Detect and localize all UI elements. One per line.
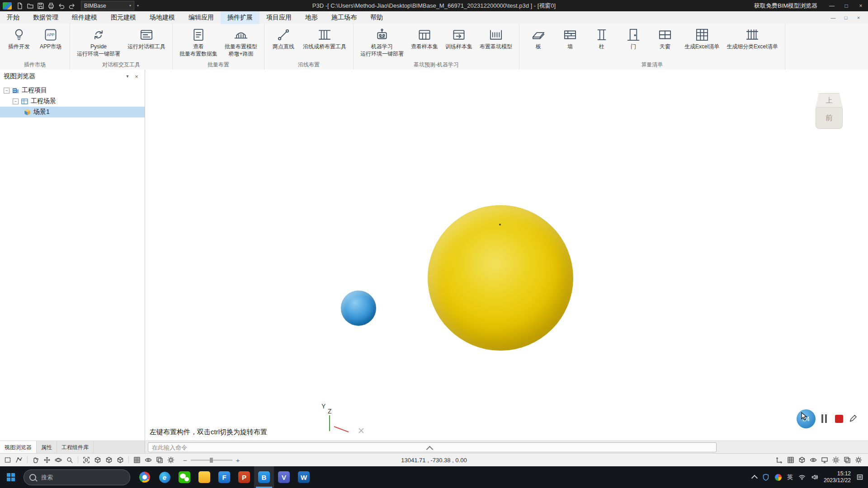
- view-front-icon[interactable]: [93, 455, 103, 465]
- edit-pencil-button[interactable]: [849, 414, 858, 423]
- viewport-3d[interactable]: 上 前 Y Z 左键布置构件，双击ctrl切换为旋转布置 24: [145, 70, 868, 441]
- command-input[interactable]: [148, 442, 717, 452]
- pan-icon[interactable]: [31, 455, 41, 465]
- grid-toggle-icon[interactable]: [786, 455, 796, 465]
- skylight-button[interactable]: 天窗: [650, 26, 680, 51]
- zoom-out-button[interactable]: −: [183, 456, 187, 464]
- bim-viewer-promo-link[interactable]: 获取免费BIM模型浏览器: [754, 2, 817, 10]
- browser-tray-icon[interactable]: [775, 474, 782, 481]
- undo-icon[interactable]: [58, 2, 65, 9]
- pyside-deploy-button[interactable]: Pyside 运行环境一键部署: [74, 26, 123, 58]
- stop-button[interactable]: [835, 415, 843, 423]
- start-button[interactable]: [0, 466, 22, 488]
- taskbar-wechat[interactable]: [175, 466, 194, 488]
- view-batch-dataset-button[interactable]: 查看 批量布置数据集: [176, 26, 221, 58]
- collapse-icon[interactable]: −: [13, 99, 19, 104]
- language-indicator[interactable]: 英: [787, 473, 793, 481]
- zoom-slider-thumb[interactable]: [210, 458, 213, 463]
- mdi-close-button[interactable]: ×: [853, 13, 864, 22]
- hidden-icons-chevron[interactable]: [751, 474, 758, 481]
- gear-icon[interactable]: [854, 455, 863, 465]
- view-cube-top-face[interactable]: 上: [816, 93, 843, 108]
- axis-toggle-icon[interactable]: [774, 455, 784, 465]
- taskbar-chrome[interactable]: [135, 466, 155, 488]
- move-icon[interactable]: [42, 455, 52, 465]
- layers-icon[interactable]: [155, 455, 165, 465]
- zoom-slider[interactable]: [191, 460, 232, 461]
- print-icon[interactable]: [47, 2, 55, 9]
- render-icon[interactable]: [831, 455, 841, 465]
- new-file-icon[interactable]: [16, 2, 24, 9]
- shield-icon[interactable]: [762, 474, 769, 481]
- tab-construction-site[interactable]: 施工场布: [325, 11, 363, 24]
- layers2-icon[interactable]: [842, 455, 852, 465]
- collapse-icon[interactable]: −: [4, 88, 9, 94]
- tab-edit-application[interactable]: 编辑应用: [182, 11, 221, 24]
- taskbar-bimbase[interactable]: B: [254, 466, 274, 488]
- tab-help[interactable]: 帮助: [363, 11, 390, 24]
- taskbar-app-blue[interactable]: F: [214, 466, 234, 488]
- tab-terrain[interactable]: 地形: [298, 11, 325, 24]
- taskbar-clock[interactable]: 15:12 2023/12/22: [824, 470, 851, 484]
- taskbar-vscode[interactable]: V: [274, 466, 294, 488]
- fit-view-icon[interactable]: [81, 455, 91, 465]
- wall-button[interactable]: 墙: [555, 26, 585, 51]
- app-market-button[interactable]: APP市场: [35, 26, 66, 51]
- redo-icon[interactable]: [68, 2, 75, 9]
- train-sample-set-button[interactable]: 训练样本集: [442, 26, 476, 51]
- display-icon[interactable]: [820, 455, 830, 465]
- taskbar-search[interactable]: [24, 469, 130, 485]
- yellow-sphere-model[interactable]: [428, 205, 573, 351]
- volume-icon[interactable]: [811, 474, 818, 481]
- tree-item-scene1[interactable]: 场景1: [0, 107, 145, 117]
- settings-icon[interactable]: [166, 455, 176, 465]
- blue-sphere-model[interactable]: [341, 291, 376, 326]
- bridge-along-line-button[interactable]: 沿线成桥布置工具: [300, 26, 349, 51]
- tab-element-modeling[interactable]: 图元建模: [104, 11, 143, 24]
- panel-menu-icon[interactable]: ▼: [123, 72, 132, 80]
- taskbar-powerpoint[interactable]: P: [234, 466, 254, 488]
- panel-tab-component-library[interactable]: 工程组件库: [57, 441, 94, 454]
- tab-site-modeling[interactable]: 场地建模: [143, 11, 182, 24]
- zoom-in-button[interactable]: +: [236, 456, 240, 464]
- action-center-icon[interactable]: [856, 474, 863, 481]
- mdi-minimize-button[interactable]: —: [827, 13, 839, 22]
- door-button[interactable]: 门: [618, 26, 649, 51]
- panel-tab-view-browser[interactable]: 视图浏览器: [0, 441, 37, 454]
- maximize-button[interactable]: □: [839, 0, 854, 11]
- visibility-icon[interactable]: [808, 455, 818, 465]
- polyline-icon[interactable]: [14, 455, 24, 465]
- dialog-tool-button[interactable]: 运行对话框工具: [124, 26, 169, 51]
- select-icon[interactable]: [3, 455, 13, 465]
- orbit-icon[interactable]: [53, 455, 63, 465]
- excel-list-button[interactable]: 生成Excel清单: [681, 26, 722, 51]
- tree-item-project[interactable]: − 工程项目: [0, 85, 145, 96]
- zoom-icon[interactable]: [65, 455, 75, 465]
- tree-item-scene-group[interactable]: − 工程场景: [0, 96, 145, 107]
- workspace-combo[interactable]: BIMBase ▾: [81, 1, 134, 10]
- shaded-view-icon[interactable]: [143, 455, 153, 465]
- taskbar-files[interactable]: [194, 466, 214, 488]
- open-file-icon[interactable]: [27, 2, 34, 9]
- minimize-button[interactable]: —: [825, 0, 839, 11]
- taskbar-edge[interactable]: e: [155, 466, 175, 488]
- toolbar-more-icon[interactable]: ▾: [137, 4, 139, 8]
- slab-button[interactable]: 板: [523, 26, 554, 51]
- two-point-line-button[interactable]: 两点直线: [268, 26, 299, 51]
- view-cube-front-face[interactable]: 前: [816, 108, 843, 129]
- column-button[interactable]: 柱: [586, 26, 617, 51]
- tab-component-modeling[interactable]: 组件建模: [65, 11, 104, 24]
- taskbar-word[interactable]: W: [294, 466, 314, 488]
- batch-place-model-button[interactable]: 批量布置模型 桥墩+路面: [222, 26, 260, 58]
- place-pit-model-button[interactable]: 布置基坑模型: [476, 26, 515, 51]
- mdi-restore-button[interactable]: □: [840, 13, 852, 22]
- cube-toggle-icon[interactable]: [797, 455, 807, 465]
- wireframe-icon[interactable]: [132, 455, 142, 465]
- tab-start[interactable]: 开始: [0, 11, 26, 24]
- view-sample-set-button[interactable]: 查看样本集: [408, 26, 441, 51]
- search-input[interactable]: [40, 474, 105, 481]
- plugin-dev-button[interactable]: 插件开发: [4, 26, 34, 51]
- view-iso-icon[interactable]: [115, 455, 125, 465]
- view-cube[interactable]: 上 前: [816, 93, 843, 129]
- view-top-icon[interactable]: [104, 455, 114, 465]
